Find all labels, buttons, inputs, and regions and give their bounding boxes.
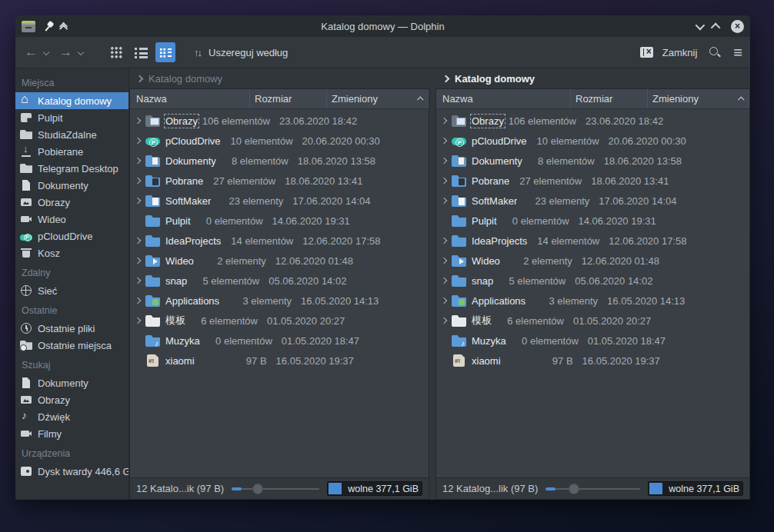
expander-chevron-icon[interactable]: [436, 238, 452, 243]
minimize-icon[interactable]: [696, 20, 706, 30]
expander-chevron-icon[interactable]: [130, 158, 145, 163]
file-name[interactable]: IdeaProjects: [165, 235, 221, 247]
expander-chevron-icon[interactable]: [436, 318, 452, 323]
column-header-size[interactable]: Rozmiar: [571, 89, 648, 108]
file-name[interactable]: Obrazy: [165, 115, 198, 127]
breadcrumb[interactable]: Katalog domowy: [435, 68, 750, 88]
file-name[interactable]: Pobrane: [165, 175, 203, 187]
expander-chevron-icon[interactable]: [130, 238, 145, 243]
back-button[interactable]: ←: [23, 45, 39, 60]
file-name[interactable]: snap: [165, 275, 187, 287]
breadcrumb-chevron-icon[interactable]: [136, 75, 144, 82]
sidebar-item[interactable]: Dysk twardy 446,6 G: [15, 463, 128, 480]
forward-button[interactable]: →: [58, 45, 74, 60]
expander-chevron-icon[interactable]: [436, 298, 452, 303]
sidebar-item[interactable]: Ostatnie pliki: [15, 320, 128, 337]
icons-view-button[interactable]: [106, 42, 126, 62]
table-row[interactable]: 模板 6 elementów 01.05.2020 20:27: [436, 311, 749, 331]
file-name[interactable]: SoftMaker: [472, 195, 517, 207]
expander-chevron-icon[interactable]: [130, 278, 145, 283]
table-row[interactable]: Pobrane 27 elementów 18.06.2020 13:41: [436, 171, 749, 191]
file-name[interactable]: 模板: [165, 314, 185, 328]
expander-chevron-icon[interactable]: [436, 118, 452, 123]
file-name[interactable]: Wideo: [165, 255, 194, 267]
file-name[interactable]: Wideo: [472, 255, 500, 267]
sidebar-item[interactable]: Kosz: [15, 244, 128, 261]
table-row[interactable]: Pulpit 0 elementów 14.06.2020 19:31: [130, 211, 429, 231]
column-header-modified[interactable]: Zmieniony: [327, 89, 413, 108]
table-row[interactable]: Obrazy 106 elementów 23.06.2020 18:42: [436, 111, 749, 131]
sidebar-item[interactable]: Wideo: [15, 211, 128, 228]
table-row[interactable]: pCloudDrive 10 elementów 20.06.2020 00:3…: [130, 131, 429, 151]
file-name[interactable]: Pobrane: [472, 175, 509, 187]
sort-ascending-icon[interactable]: [734, 89, 749, 108]
sidebar-item[interactable]: Dźwięk: [15, 408, 128, 425]
breadcrumb-label[interactable]: Katalog domowy: [455, 73, 535, 85]
forward-history-chevron-icon[interactable]: [78, 49, 84, 55]
sidebar-item[interactable]: Obrazy: [15, 391, 128, 408]
file-name[interactable]: Dokumenty: [165, 155, 216, 167]
expander-chevron-icon[interactable]: [436, 138, 452, 143]
column-header-name[interactable]: Nazwa: [436, 89, 571, 108]
breadcrumb-label[interactable]: Katalog domowy: [148, 73, 222, 85]
titlebar[interactable]: Katalog domowy — Dolphin ×: [15, 15, 750, 37]
shade-window-icon[interactable]: [62, 22, 68, 31]
file-name[interactable]: Applications: [472, 295, 525, 307]
expander-chevron-icon[interactable]: [130, 298, 145, 303]
expander-chevron-icon[interactable]: [130, 178, 145, 183]
file-name[interactable]: snap: [472, 275, 493, 287]
zoom-slider[interactable]: [232, 484, 319, 494]
zoom-slider-handle[interactable]: [569, 484, 579, 494]
sidebar-item[interactable]: pCloudDrive: [15, 228, 128, 244]
file-name[interactable]: Muzyka: [165, 335, 200, 347]
details-view-button[interactable]: [155, 42, 175, 62]
table-row[interactable]: pCloudDrive 10 elementów 20.06.2020 00:3…: [436, 131, 749, 151]
expander-chevron-icon[interactable]: [130, 138, 145, 143]
close-icon[interactable]: ×: [731, 20, 744, 33]
sort-icon[interactable]: ↑↓: [194, 47, 201, 58]
table-row[interactable]: Dokumenty 8 elementów 18.06.2020 13:58: [436, 151, 749, 171]
sidebar-item[interactable]: Filmy: [15, 425, 128, 442]
zoom-slider-handle[interactable]: [252, 484, 263, 494]
table-row[interactable]: snap 5 elementów 05.06.2020 14:02: [130, 271, 429, 291]
table-row[interactable]: Applications 3 elementy 16.05.2020 14:13: [436, 291, 749, 311]
table-row[interactable]: Pobrane 27 elementów 18.06.2020 13:41: [130, 171, 429, 191]
sidebar-item[interactable]: Dokumenty: [15, 374, 128, 391]
zoom-slider[interactable]: [545, 484, 640, 494]
expander-chevron-icon[interactable]: [130, 198, 145, 203]
sidebar-item[interactable]: Obrazy: [15, 194, 128, 211]
table-row[interactable]: snap 5 elementów 05.06.2020 14:02: [436, 271, 749, 291]
sidebar-item[interactable]: Katalog domowy: [15, 92, 128, 109]
maximize-icon[interactable]: [711, 22, 721, 32]
table-row[interactable]: SoftMaker 23 elementy 17.06.2020 14:04: [130, 191, 429, 211]
file-name[interactable]: Dokumenty: [472, 155, 522, 167]
sidebar-item[interactable]: Pobierane: [15, 143, 128, 160]
file-name[interactable]: Obrazy: [472, 115, 504, 127]
table-row[interactable]: Pulpit 0 elementów 14.06.2020 19:31: [436, 211, 749, 231]
breadcrumb-chevron-icon[interactable]: [442, 75, 450, 82]
table-row[interactable]: Wideo 2 elementy 12.06.2020 01:48: [130, 251, 429, 271]
file-name[interactable]: IdeaProjects: [472, 235, 527, 247]
sidebar-item[interactable]: StudiaZdalne: [15, 126, 128, 143]
close-split-button[interactable]: Zamknij: [640, 47, 698, 58]
expander-chevron-icon[interactable]: [436, 158, 452, 163]
table-row[interactable]: Muzyka 0 elementów 01.05.2020 18:47: [436, 331, 749, 351]
table-row[interactable]: Muzyka 0 elementów 01.05.2020 18:47: [130, 331, 429, 351]
sidebar-item[interactable]: Telegram Desktop: [15, 160, 128, 177]
file-name[interactable]: SoftMaker: [165, 195, 211, 207]
sidebar-item[interactable]: Dokumenty: [15, 177, 128, 194]
file-name[interactable]: pCloudDrive: [472, 135, 527, 147]
file-name[interactable]: Applications: [165, 295, 219, 307]
column-header-modified[interactable]: Zmieniony: [648, 89, 734, 108]
table-row[interactable]: IdeaProjects 14 elementów 12.06.2020 17:…: [130, 231, 429, 251]
expander-chevron-icon[interactable]: [436, 278, 452, 283]
file-name[interactable]: pCloudDrive: [165, 135, 221, 147]
table-row[interactable]: IdeaProjects 14 elementów 12.06.2020 17:…: [436, 231, 749, 251]
pin-icon[interactable]: [41, 18, 56, 34]
table-row[interactable]: Wideo 2 elementy 12.06.2020 01:48: [436, 251, 749, 271]
breadcrumb[interactable]: Katalog domowy: [129, 68, 429, 88]
expander-chevron-icon[interactable]: [130, 318, 145, 323]
file-name[interactable]: Muzyka: [472, 335, 506, 347]
hamburger-menu-icon[interactable]: ≡: [733, 45, 742, 60]
sidebar-item[interactable]: Pulpit: [15, 109, 128, 126]
